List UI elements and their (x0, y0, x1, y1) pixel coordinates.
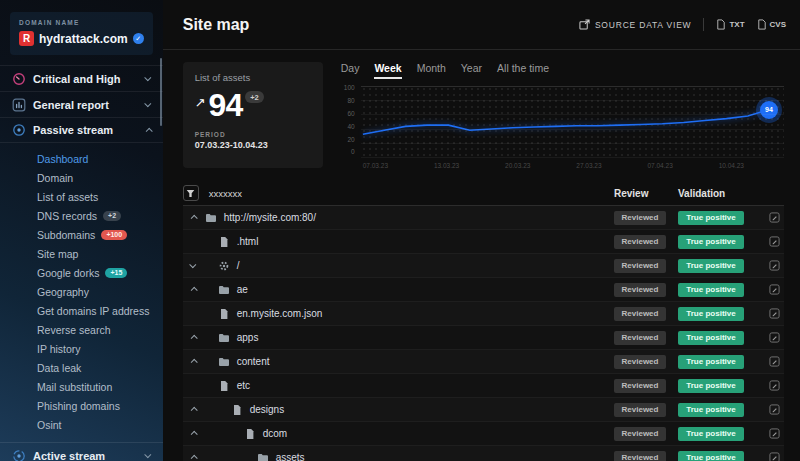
node-label: ae (237, 284, 248, 295)
edit-button[interactable] (758, 380, 784, 391)
table-row[interactable]: ae Reviewed True positive (183, 278, 784, 302)
sidebar-subitem-reverse-search[interactable]: Reverse search (37, 320, 163, 339)
validation-badge[interactable]: True positive (678, 235, 744, 249)
table-row[interactable]: content Reviewed True positive (183, 350, 784, 374)
sidebar-subitem-osint[interactable]: Osint (37, 415, 163, 434)
table-row[interactable]: etc Reviewed True positive (183, 374, 784, 398)
filter-funnel-icon (186, 189, 195, 198)
sidebar-subitem-label: Dashboard (37, 153, 88, 165)
edit-button[interactable] (758, 260, 784, 271)
review-badge[interactable]: Reviewed (614, 355, 666, 369)
sidebar-item-general-report[interactable]: General report (0, 91, 163, 117)
row-expand-toggle[interactable] (183, 455, 205, 460)
folder-icon (218, 284, 230, 296)
chart-range-tab[interactable]: Day (341, 62, 360, 79)
edit-button[interactable] (758, 332, 784, 343)
chart-plot: 94 (361, 86, 784, 157)
edit-button[interactable] (758, 452, 784, 461)
validation-badge[interactable]: True positive (678, 355, 744, 369)
chart-range-tab[interactable]: All the time (497, 62, 549, 79)
edit-button[interactable] (758, 404, 784, 415)
sidebar-subitem-phishing-domains[interactable]: Phishing domains (37, 396, 163, 415)
chart-range-tab[interactable]: Week (374, 62, 401, 79)
validation-badge[interactable]: True positive (678, 451, 744, 461)
sidebar-subitem-domain[interactable]: Domain (37, 168, 163, 187)
sidebar-item-active-stream[interactable]: Active stream (0, 442, 163, 461)
sidebar-subitem-ip-history[interactable]: IP history (37, 339, 163, 358)
row-expand-toggle[interactable] (183, 215, 205, 220)
sidebar-subitem-label: Mail substitution (37, 381, 112, 393)
chart-range-tab[interactable]: Month (417, 62, 446, 79)
gridline (361, 100, 784, 101)
sidebar-subitem-data-leak[interactable]: Data leak (37, 358, 163, 377)
validation-badge[interactable]: True positive (678, 427, 744, 441)
chevron-icon (191, 287, 198, 294)
chart-range-tab[interactable]: Year (461, 62, 482, 79)
sidebar-subitem-get-domains-ip-address[interactable]: Get domains IP address (37, 301, 163, 320)
review-badge[interactable]: Reviewed (614, 379, 666, 393)
edit-button[interactable] (758, 356, 784, 367)
validation-badge[interactable]: True positive (678, 307, 744, 321)
validation-badge[interactable]: True positive (678, 379, 744, 393)
validation-badge[interactable]: True positive (678, 259, 744, 273)
validation-badge[interactable]: True positive (678, 211, 744, 225)
sidebar-subitem-geography[interactable]: Geography (37, 282, 163, 301)
edit-button[interactable] (758, 284, 784, 295)
edit-button[interactable] (758, 308, 784, 319)
node-label: / (237, 260, 240, 271)
validation-badge[interactable]: True positive (678, 331, 744, 345)
edit-button[interactable] (758, 212, 784, 223)
row-expand-toggle[interactable] (183, 287, 205, 292)
row-expand-toggle[interactable] (183, 407, 205, 412)
row-expand-toggle[interactable] (183, 335, 205, 340)
table-row[interactable]: designs Reviewed True positive (183, 398, 784, 422)
review-badge[interactable]: Reviewed (614, 211, 666, 225)
sidebar-subitem-mail-substitution[interactable]: Mail substitution (37, 377, 163, 396)
sidebar-subitem-list-of-assets[interactable]: List of assets (37, 187, 163, 206)
table-row[interactable]: / Reviewed True positive (183, 254, 784, 278)
validation-badge[interactable]: True positive (678, 403, 744, 417)
sidebar-subitem-subdomains[interactable]: Subdomains +100 (37, 225, 163, 244)
domain-card[interactable]: DOMAIN NAME R hydrattack.com ✓ (10, 12, 153, 55)
table-row[interactable]: assets Reviewed True positive (183, 446, 784, 461)
row-expand-toggle[interactable] (183, 311, 205, 316)
table-row[interactable]: dcom Reviewed True positive (183, 422, 784, 446)
row-expand-toggle[interactable] (183, 263, 205, 268)
filter-button[interactable] (183, 185, 199, 201)
table-row[interactable]: .html Reviewed True positive (183, 230, 784, 254)
review-badge[interactable]: Reviewed (614, 283, 666, 297)
row-expand-toggle[interactable] (183, 239, 205, 244)
row-expand-toggle[interactable] (183, 431, 205, 436)
export-cvs-button[interactable]: CVS (757, 19, 786, 30)
edit-pencil-icon (769, 236, 780, 247)
review-badge[interactable]: Reviewed (614, 259, 666, 273)
validation-badge[interactable]: True positive (678, 283, 744, 297)
sidebar-scrollbar[interactable] (160, 58, 162, 126)
review-badge[interactable]: Reviewed (614, 235, 666, 249)
sidebar-subitem-dashboard[interactable]: Dashboard (37, 149, 163, 168)
gridline (361, 114, 784, 115)
edit-pencil-icon (769, 356, 780, 367)
sidebar-item-critical-and-high[interactable]: Critical and High (0, 65, 163, 91)
gridline (361, 129, 784, 130)
review-badge[interactable]: Reviewed (614, 451, 666, 461)
sidebar-subitem-google-dorks[interactable]: Google dorks +15 (37, 263, 163, 282)
table-row[interactable]: apps Reviewed True positive (183, 326, 784, 350)
sidebar-subitem-dns-records[interactable]: DNS records +2 (37, 206, 163, 225)
row-expand-toggle[interactable] (183, 383, 205, 388)
sidebar-subitem-site-map[interactable]: Site map (37, 244, 163, 263)
review-badge[interactable]: Reviewed (614, 331, 666, 345)
review-badge[interactable]: Reviewed (614, 427, 666, 441)
sidebar-item-passive-stream[interactable]: Passive stream (0, 117, 163, 143)
source-data-view-button[interactable]: SOURCE DATA VIEW (579, 19, 692, 30)
main-panel: Site map SOURCE DATA VIEW TXT (163, 0, 800, 461)
review-badge[interactable]: Reviewed (614, 403, 666, 417)
review-badge[interactable]: Reviewed (614, 307, 666, 321)
chevron-up-icon (145, 127, 152, 134)
export-txt-button[interactable]: TXT (716, 19, 744, 30)
table-row[interactable]: http://mysite.com:80/ Reviewed True posi… (183, 206, 784, 230)
table-row[interactable]: en.mysite.com.json Reviewed True positiv… (183, 302, 784, 326)
edit-button[interactable] (758, 428, 784, 439)
row-expand-toggle[interactable] (183, 359, 205, 364)
edit-button[interactable] (758, 236, 784, 247)
